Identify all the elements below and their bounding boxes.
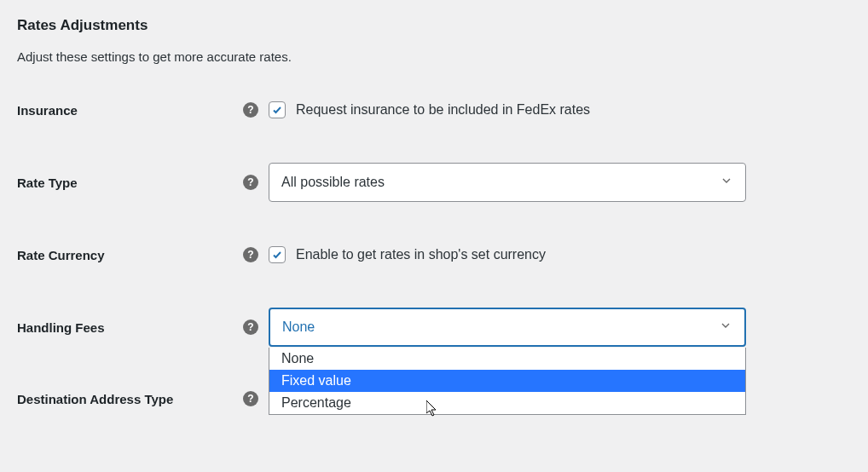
dropdown-option-none[interactable]: None [269, 348, 745, 370]
select-handling-fees-value: None [282, 319, 315, 335]
field-handling-fees: None None Fixed value Percentage [269, 308, 851, 347]
checkbox-rate-currency[interactable] [269, 246, 286, 263]
label-rate-type-text: Rate Type [17, 176, 78, 190]
section-heading: Rates Adjustments [17, 17, 851, 34]
row-handling-fees: Handling Fees ? None None Fixed value Pe… [17, 308, 851, 347]
chevron-down-icon [719, 319, 732, 336]
select-rate-type[interactable]: All possible rates [269, 163, 746, 202]
checkbox-insurance-label: Request insurance to be included in FedE… [296, 102, 590, 118]
label-handling-fees: Handling Fees ? [17, 319, 269, 335]
label-insurance-text: Insurance [17, 103, 78, 118]
help-icon[interactable]: ? [243, 247, 258, 262]
row-rate-type: Rate Type ? All possible rates [17, 163, 851, 202]
field-insurance: Request insurance to be included in FedE… [269, 101, 851, 118]
label-rate-currency-text: Rate Currency [17, 248, 105, 262]
help-icon[interactable]: ? [243, 102, 258, 118]
help-icon[interactable]: ? [243, 175, 258, 190]
dropdown-handling-fees: None Fixed value Percentage [269, 348, 746, 415]
label-handling-fees-text: Handling Fees [17, 320, 105, 335]
chevron-down-icon [720, 174, 733, 191]
label-rate-currency: Rate Currency ? [17, 247, 269, 262]
field-rate-currency: Enable to get rates in shop's set curren… [269, 246, 851, 263]
section-description: Adjust these settings to get more accura… [17, 49, 851, 64]
select-rate-type-value: All possible rates [281, 175, 385, 190]
help-icon[interactable]: ? [243, 319, 258, 335]
row-insurance: Insurance ? Request insurance to be incl… [17, 101, 851, 118]
dropdown-option-percentage[interactable]: Percentage [269, 392, 745, 414]
row-rate-currency: Rate Currency ? Enable to get rates in s… [17, 246, 851, 263]
checkbox-insurance[interactable] [269, 101, 286, 118]
checkbox-rate-currency-label: Enable to get rates in shop's set curren… [296, 247, 546, 262]
help-icon[interactable]: ? [243, 391, 258, 406]
label-rate-type: Rate Type ? [17, 175, 269, 190]
select-handling-fees[interactable]: None [269, 308, 746, 347]
field-rate-type: All possible rates [269, 163, 851, 202]
label-destination-address-type-text: Destination Address Type [17, 392, 173, 406]
dropdown-option-fixed-value[interactable]: Fixed value [269, 370, 745, 392]
label-insurance: Insurance ? [17, 102, 269, 118]
label-destination-address-type: Destination Address Type ? [17, 391, 269, 406]
